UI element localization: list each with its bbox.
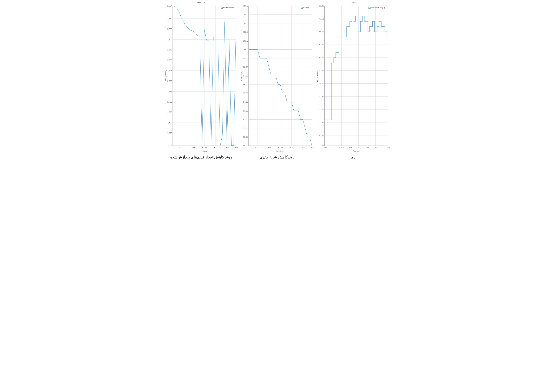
svg-text:15.00: 15.00 xyxy=(202,147,207,148)
svg-text:90.00: 90.00 xyxy=(243,136,248,138)
chart-battery: 89.0090.0091.0092.0093.0094.0095.0096.00… xyxy=(240,4,314,153)
svg-text:1,500: 1,500 xyxy=(373,147,378,148)
svg-text:92.00: 92.00 xyxy=(243,119,248,121)
top-label-left: Iterations xyxy=(164,1,238,3)
svg-text:2,000: 2,000 xyxy=(167,80,172,82)
svg-text:1,859: 1,859 xyxy=(385,147,389,148)
svg-text:93.00: 93.00 xyxy=(243,110,248,112)
svg-text:101.0: 101.0 xyxy=(243,40,248,42)
svg-text:45.00: 45.00 xyxy=(319,31,324,33)
svg-text:1,250: 1,250 xyxy=(365,147,369,148)
svg-text:2,250: 2,250 xyxy=(167,59,172,61)
svg-text:10.00: 10.00 xyxy=(191,147,195,148)
svg-text:94.00: 94.00 xyxy=(243,101,248,103)
svg-text:29.00: 29.00 xyxy=(310,147,314,148)
svg-text:Time (s): Time (s) xyxy=(353,150,360,152)
svg-text:500.0: 500.0 xyxy=(339,147,344,148)
svg-text:2.034: 2.034 xyxy=(322,147,327,148)
svg-text:99.00: 99.00 xyxy=(243,57,248,59)
svg-text:30.00: 30.00 xyxy=(319,108,324,111)
svg-text:100.0: 100.0 xyxy=(243,49,248,51)
svg-text:Battery: Battery xyxy=(303,7,309,9)
svg-text:103.0: 103.0 xyxy=(243,22,248,24)
svg-text:20.00: 20.00 xyxy=(289,147,294,148)
svg-text:40.00: 40.00 xyxy=(319,57,324,59)
svg-text:98.00: 98.00 xyxy=(243,66,248,68)
svg-text:2,125: 2,125 xyxy=(167,70,172,72)
svg-rect-142 xyxy=(369,7,370,8)
svg-text:95.00: 95.00 xyxy=(243,92,248,94)
svg-text:2,625: 2,625 xyxy=(167,28,172,30)
svg-text:105.0: 105.0 xyxy=(243,5,248,7)
svg-text:1,375: 1,375 xyxy=(167,132,172,134)
legend-perf: Performance xyxy=(221,7,234,9)
chart-caption-battery: روندکاهش شارژ باتری xyxy=(240,155,314,159)
svg-text:Iterations: Iterations xyxy=(276,150,284,152)
svg-text:25.00: 25.00 xyxy=(300,147,305,148)
svg-text:Performance: Performance xyxy=(223,7,234,9)
svg-text:32.50: 32.50 xyxy=(319,95,324,98)
svg-text:2,500: 2,500 xyxy=(167,38,172,41)
svg-text:20.00: 20.00 xyxy=(213,147,218,148)
svg-text:Temperature (C): Temperature (C) xyxy=(371,7,385,9)
svg-text:102.0: 102.0 xyxy=(243,31,248,33)
svg-text:50.00: 50.00 xyxy=(319,5,324,7)
svg-text:91.00: 91.00 xyxy=(243,127,248,129)
chart-panel-temperature: 23.0025.0027.5030.0032.5035.0037.5040.00… xyxy=(316,4,390,159)
svg-text:35.00: 35.00 xyxy=(319,83,324,84)
svg-text:Temperature (C): Temperature (C) xyxy=(316,69,318,83)
svg-text:1,500: 1,500 xyxy=(167,122,172,124)
svg-text:Iterations: Iterations xyxy=(201,150,208,152)
svg-text:Charge (%): Charge (%) xyxy=(240,71,242,81)
svg-text:42.50: 42.50 xyxy=(319,44,324,46)
svg-rect-120 xyxy=(325,6,388,146)
svg-text:29.00: 29.00 xyxy=(234,147,238,148)
top-label-mid xyxy=(240,1,314,3)
chart-caption-performance: روند کاهش تعداد فریم‌های پردازش‌شده xyxy=(164,155,238,159)
chart-caption-temperature: دما xyxy=(316,155,390,159)
svg-text:97.00: 97.00 xyxy=(243,75,248,77)
svg-text:1,875: 1,875 xyxy=(167,91,172,92)
svg-text:47.50: 47.50 xyxy=(319,18,324,20)
svg-text:1.000: 1.000 xyxy=(170,147,175,148)
svg-text:2,750: 2,750 xyxy=(167,18,172,20)
svg-text:104.0: 104.0 xyxy=(243,14,248,15)
top-label-right: Time (s) xyxy=(316,1,390,3)
svg-text:2,904: 2,904 xyxy=(167,5,172,7)
svg-text:1.000: 1.000 xyxy=(246,147,251,148)
chart-panel-battery: 89.0090.0091.0092.0093.0094.0095.0096.00… xyxy=(240,4,314,159)
svg-text:Perf. (frames): Perf. (frames) xyxy=(165,70,166,81)
chart-panel-performance: 1,2231,3751,5001,6251,7501,8752,0002,125… xyxy=(164,4,238,159)
svg-text:96.00: 96.00 xyxy=(243,84,248,85)
legend-battery: Battery xyxy=(301,7,309,9)
svg-text:15.00: 15.00 xyxy=(278,147,283,148)
svg-text:27.50: 27.50 xyxy=(319,121,324,124)
svg-text:1,750: 1,750 xyxy=(167,101,172,103)
svg-text:750.0: 750.0 xyxy=(348,147,353,148)
svg-text:1,000: 1,000 xyxy=(356,147,361,148)
svg-rect-45 xyxy=(221,7,223,8)
svg-text:1,625: 1,625 xyxy=(167,111,172,113)
svg-text:2,375: 2,375 xyxy=(167,49,172,51)
svg-rect-98 xyxy=(301,7,303,8)
legend-temp: Temperature (C) xyxy=(369,7,385,9)
svg-text:5.000: 5.000 xyxy=(255,147,260,148)
svg-text:5.000: 5.000 xyxy=(179,147,184,148)
chart-perf: 1,2231,3751,5001,6251,7501,8752,0002,125… xyxy=(164,4,238,153)
svg-text:25.00: 25.00 xyxy=(319,134,324,136)
svg-text:10.00: 10.00 xyxy=(267,147,271,148)
svg-text:25.00: 25.00 xyxy=(224,147,229,148)
svg-text:37.50: 37.50 xyxy=(319,70,324,72)
chart-temp: 23.0025.0027.5030.0032.5035.0037.5040.00… xyxy=(316,4,389,153)
